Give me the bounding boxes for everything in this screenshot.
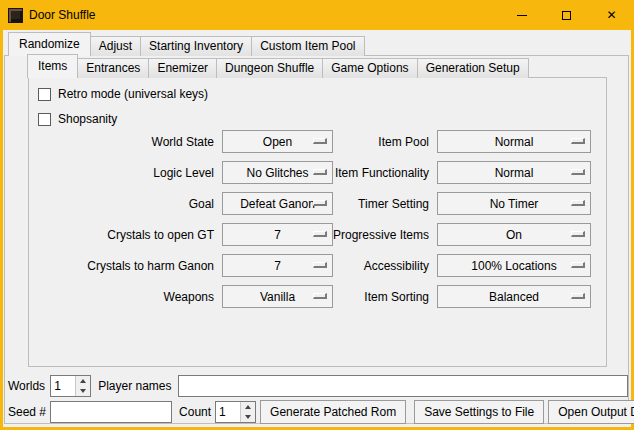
tab-items[interactable]: Items: [27, 54, 78, 78]
accessibility-value: 100% Locations: [471, 259, 556, 273]
item-sorting-row: Item Sorting Balanced: [286, 281, 591, 312]
minimize-icon: [517, 15, 527, 16]
goal-label: Goal: [28, 197, 214, 211]
client-area: Randomize Adjust Starting Inventory Cust…: [3, 30, 631, 427]
tab-game-options[interactable]: Game Options: [322, 58, 417, 78]
tab-adjust[interactable]: Adjust: [90, 36, 141, 56]
app-window: Door Shuffle ✕ Randomize Adjust Starting…: [0, 0, 634, 430]
progressive-items-row: Progressive Items On: [286, 219, 591, 250]
crystals-gt-label: Crystals to open GT: [28, 228, 214, 242]
crystals-ganon-value: 7: [274, 259, 281, 273]
retro-mode-label: Retro mode (universal keys): [58, 87, 208, 101]
item-sorting-value: Balanced: [489, 290, 539, 304]
count-up-button[interactable]: [241, 402, 255, 412]
worlds-input[interactable]: [51, 376, 75, 396]
menu-indicator-icon: [571, 293, 585, 299]
timer-setting-value: No Timer: [490, 197, 539, 211]
window-title: Door Shuffle: [29, 8, 96, 22]
progressive-items-label: Progressive Items: [286, 228, 429, 242]
worlds-row: Worlds Player names: [8, 375, 628, 397]
tab-entrances[interactable]: Entrances: [77, 58, 149, 78]
player-names-label: Player names: [98, 379, 171, 393]
worlds-up-button[interactable]: [76, 376, 90, 386]
right-options-column: Item Pool Normal Item Functionality Norm…: [286, 126, 591, 312]
tab-dungeon-shuffle[interactable]: Dungeon Shuffle: [216, 58, 323, 78]
shopsanity-row: Shopsanity: [38, 111, 117, 127]
menu-indicator-icon: [571, 169, 585, 175]
timer-setting-label: Timer Setting: [286, 197, 429, 211]
item-functionality-dropdown[interactable]: Normal: [437, 161, 591, 184]
item-pool-value: Normal: [495, 135, 534, 149]
save-settings-button[interactable]: Save Settings to File: [414, 400, 544, 424]
weapons-label: Weapons: [28, 290, 214, 304]
inner-tab-bar: Items Entrances Enemizer Dungeon Shuffle…: [27, 55, 528, 78]
menu-indicator-icon: [571, 231, 585, 237]
crystals-gt-value: 7: [274, 228, 281, 242]
tab-generation-setup[interactable]: Generation Setup: [417, 58, 529, 78]
arrow-up-icon: [245, 405, 251, 409]
tab-custom-item-pool[interactable]: Custom Item Pool: [251, 36, 364, 56]
menu-indicator-icon: [571, 262, 585, 268]
menu-indicator-icon: [571, 200, 585, 206]
progressive-items-dropdown[interactable]: On: [437, 223, 591, 246]
accessibility-row: Accessibility 100% Locations: [286, 250, 591, 281]
item-pool-label: Item Pool: [286, 135, 429, 149]
crystals-ganon-label: Crystals to harm Ganon: [28, 259, 214, 273]
arrow-down-icon: [245, 415, 251, 419]
count-label: Count: [179, 405, 211, 419]
timer-setting-row: Timer Setting No Timer: [286, 188, 591, 219]
item-sorting-label: Item Sorting: [286, 290, 429, 304]
accessibility-dropdown[interactable]: 100% Locations: [437, 254, 591, 277]
titlebar[interactable]: Door Shuffle ✕: [0, 0, 634, 30]
player-names-input[interactable]: [178, 375, 629, 397]
close-icon: ✕: [606, 9, 616, 21]
item-sorting-dropdown[interactable]: Balanced: [437, 285, 591, 308]
app-icon: [8, 8, 23, 23]
worlds-stepper[interactable]: [50, 375, 91, 397]
worlds-label: Worlds: [8, 379, 45, 393]
count-input[interactable]: [216, 402, 240, 422]
item-pool-dropdown[interactable]: Normal: [437, 130, 591, 153]
worlds-down-button[interactable]: [76, 386, 90, 396]
world-state-label: World State: [28, 135, 214, 149]
worlds-stepper-arrows: [75, 376, 90, 396]
item-functionality-value: Normal: [495, 166, 534, 180]
seed-label: Seed #: [8, 405, 46, 419]
progressive-items-value: On: [506, 228, 522, 242]
seed-row: Seed # Count Generate Patched Rom Save S…: [8, 400, 628, 424]
menu-indicator-icon: [571, 138, 585, 144]
timer-setting-dropdown[interactable]: No Timer: [437, 192, 591, 215]
count-stepper[interactable]: [215, 401, 256, 423]
retro-mode-row: Retro mode (universal keys): [38, 86, 208, 102]
minimize-button[interactable]: [499, 0, 544, 30]
tab-randomize[interactable]: Randomize: [8, 32, 91, 56]
count-down-button[interactable]: [241, 412, 255, 422]
seed-input[interactable]: [50, 401, 172, 423]
logic-level-label: Logic Level: [28, 166, 214, 180]
maximize-icon: [562, 11, 571, 20]
item-pool-row: Item Pool Normal: [286, 126, 591, 157]
retro-mode-checkbox[interactable]: [38, 88, 51, 101]
tab-enemizer[interactable]: Enemizer: [148, 58, 217, 78]
item-functionality-row: Item Functionality Normal: [286, 157, 591, 188]
count-stepper-arrows: [240, 402, 255, 422]
shopsanity-label: Shopsanity: [58, 112, 117, 126]
outer-tab-bar: Randomize Adjust Starting Inventory Cust…: [8, 33, 364, 56]
accessibility-label: Accessibility: [286, 259, 429, 273]
open-output-directory-button[interactable]: Open Output Directory: [548, 400, 634, 424]
tab-starting-inventory[interactable]: Starting Inventory: [140, 36, 252, 56]
generate-patched-rom-button[interactable]: Generate Patched Rom: [260, 400, 406, 424]
item-functionality-label: Item Functionality: [286, 166, 429, 180]
arrow-up-icon: [80, 379, 86, 383]
maximize-button[interactable]: [544, 0, 589, 30]
shopsanity-checkbox[interactable]: [38, 113, 51, 126]
arrow-down-icon: [80, 389, 86, 393]
window-controls: ✕: [499, 0, 634, 30]
close-button[interactable]: ✕: [589, 0, 634, 30]
